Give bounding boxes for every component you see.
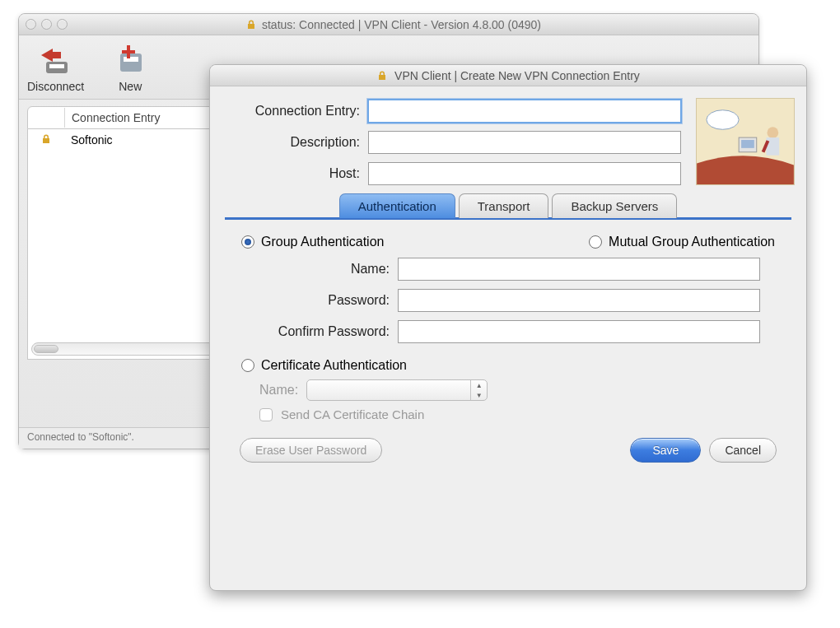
send-ca-label: Send CA Certificate Chain [281,407,424,421]
group-password-input[interactable] [398,289,760,312]
svg-point-5 [707,110,739,130]
svg-rect-9 [767,137,780,156]
new-button[interactable]: New [105,42,155,93]
host-input[interactable] [368,162,681,185]
scrollbar-thumb[interactable] [34,345,58,353]
connection-entry-input[interactable] [368,100,681,123]
mutual-group-auth-label: Mutual Group Authentication [609,235,775,249]
svg-point-8 [767,127,778,138]
radio-icon [589,235,602,249]
group-auth-radio[interactable]: Group Authentication [241,235,384,249]
svg-rect-2 [120,53,142,72]
tab-authentication[interactable]: Authentication [339,193,455,218]
description-label: Description: [225,135,368,150]
window-title: status: Connected | VPN Client - Version… [35,18,752,31]
disconnect-icon [38,42,74,78]
connection-illustration [696,98,795,185]
dialog-titlebar: VPN Client | Create New VPN Connection E… [210,65,806,86]
group-confirm-password-input[interactable] [398,320,760,343]
dialog-title: VPN Client | Create New VPN Connection E… [394,69,640,82]
host-label: Host: [225,166,368,181]
certificate-auth-radio[interactable]: Certificate Authentication [241,358,775,373]
main-titlebar: status: Connected | VPN Client - Version… [19,14,758,35]
certificate-auth-label: Certificate Authentication [261,358,407,373]
group-name-label: Name: [241,262,398,277]
disconnect-button[interactable]: Disconnect [27,42,84,93]
create-connection-dialog: VPN Client | Create New VPN Connection E… [209,64,807,591]
group-name-input[interactable] [398,258,760,281]
lock-icon [28,133,64,147]
certificate-name-combo[interactable]: ▲▼ [306,379,488,401]
radio-icon [241,359,254,372]
tab-bar: Authentication Transport Backup Servers [225,193,791,218]
combo-stepper-icon: ▲▼ [470,380,487,400]
dialog-button-bar: Erase User Password Save Cancel [225,430,791,463]
certificate-name-label: Name: [259,383,298,398]
mutual-group-auth-radio[interactable]: Mutual Group Authentication [589,235,775,249]
window-title-text: status: Connected | VPN Client - Version… [262,18,541,31]
lock-icon [376,70,388,81]
group-password-label: Password: [241,293,398,308]
authentication-pane: Group Authentication Mutual Group Authen… [225,220,791,430]
group-confirm-password-label: Confirm Password: [241,324,398,339]
group-auth-label: Group Authentication [261,235,384,249]
svg-rect-1 [49,64,64,68]
status-text: Connected to "Softonic". [27,431,134,443]
connection-entry-label: Connection Entry: [225,104,368,119]
cancel-button[interactable]: Cancel [709,438,777,463]
description-input[interactable] [368,131,681,154]
tab-backup-servers[interactable]: Backup Servers [552,193,677,218]
disconnect-label: Disconnect [27,80,84,93]
svg-rect-7 [741,140,754,148]
save-button[interactable]: Save [630,438,701,463]
erase-user-password-button[interactable]: Erase User Password [240,438,382,463]
svg-rect-3 [124,57,138,62]
tab-transport[interactable]: Transport [459,193,549,218]
new-label: New [119,80,142,93]
new-icon [112,42,148,78]
radio-icon [241,235,254,249]
send-ca-checkbox[interactable] [259,408,273,421]
lock-icon [245,19,257,30]
